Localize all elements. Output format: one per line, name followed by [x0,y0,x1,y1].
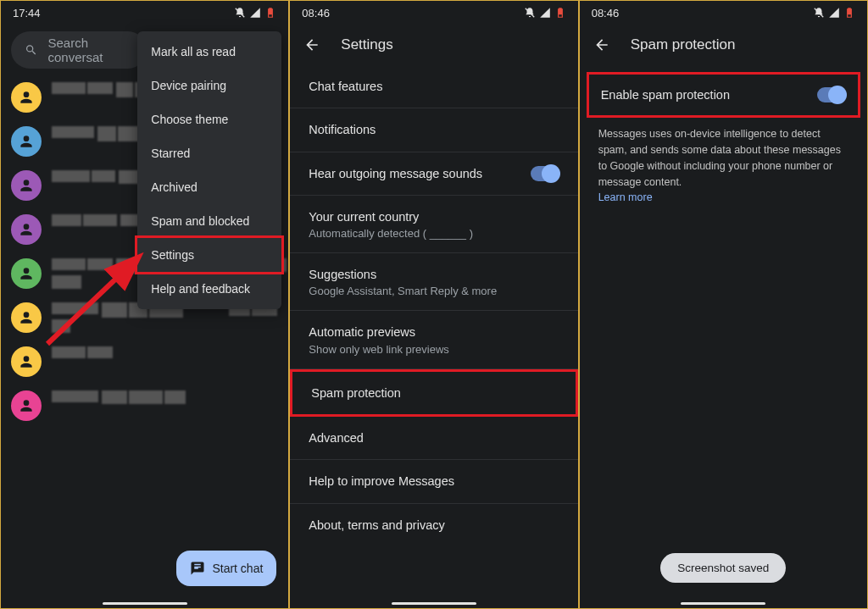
battery-icon [843,7,855,19]
clock: 17:44 [13,7,41,19]
annotation-arrow [43,238,153,348]
menu-choose-theme[interactable]: Choose theme [137,102,281,136]
clock: 08:46 [302,7,330,19]
row-enable-spam-protection[interactable]: Enable spam protection [587,72,860,118]
row-help-improve[interactable]: Help to improve Messages [290,460,577,503]
overflow-menu: Mark all as read Device pairing Choose t… [137,31,281,309]
start-chat-fab[interactable]: Start chat [176,551,276,586]
avatar [11,390,42,421]
conversation-row[interactable] [11,384,288,428]
search-icon [25,42,38,58]
menu-help-feedback[interactable]: Help and feedback [137,272,281,306]
row-about[interactable]: About, terms and privacy [290,504,577,546]
menu-settings[interactable]: Settings [135,235,284,274]
learn-more-link[interactable]: Learn more [598,191,653,203]
search-input[interactable]: Search conversat [11,31,147,69]
row-suggestions[interactable]: Suggestions Google Assistant, Smart Repl… [290,253,577,311]
screen-spam-protection: 08:46 Spam protection Enable spam protec… [579,0,868,609]
page-title: Settings [341,36,392,53]
status-bar: 17:44 [1,1,288,25]
status-icons [234,7,276,19]
app-bar: Settings [290,25,577,65]
back-icon[interactable] [593,36,610,53]
signal-icon [249,7,261,19]
status-bar: 08:46 [290,1,577,25]
row-chat-features[interactable]: Chat features [290,65,577,108]
app-bar: Spam protection [580,25,867,65]
row-outgoing-sounds[interactable]: Hear outgoing message sounds [290,152,577,196]
redacted-text [52,390,186,406]
row-notifications[interactable]: Notifications [290,108,577,152]
battery-icon [264,7,276,19]
menu-mark-all-read[interactable]: Mark all as read [137,35,281,69]
dnd-icon [524,7,536,19]
avatar [11,346,42,377]
avatar [11,170,42,201]
search-placeholder: Search conversat [48,36,134,64]
row-previews[interactable]: Automatic previews Show only web link pr… [290,311,577,368]
screen-conversations: 17:44 Search conversat [0,0,289,609]
nav-handle[interactable] [681,602,765,605]
clock: 08:46 [592,7,620,19]
nav-handle[interactable] [392,602,476,605]
dnd-icon [234,7,246,19]
chat-icon [190,561,205,576]
back-icon[interactable] [303,36,320,53]
nav-handle[interactable] [103,602,187,605]
avatar [11,214,42,245]
row-country[interactable]: Your current country Automatically detec… [290,196,577,253]
status-bar: 08:46 [580,1,867,25]
enable-label: Enable spam protection [601,86,730,103]
svg-line-2 [47,259,136,344]
row-advanced[interactable]: Advanced [290,417,577,460]
toast-screenshot-saved: Screenshot saved [660,553,786,583]
menu-spam-blocked[interactable]: Spam and blocked [137,204,281,238]
avatar [11,258,42,289]
avatar [11,302,42,333]
toggle-spam-protection[interactable] [817,87,846,102]
avatar [11,126,42,157]
menu-device-pairing[interactable]: Device pairing [137,69,281,102]
row-spam-protection[interactable]: Spam protection [290,369,577,417]
menu-starred[interactable]: Starred [137,136,281,170]
redacted-text [52,346,113,358]
settings-list: Chat features Notifications Hear outgoin… [290,65,577,546]
battery-icon [554,7,566,19]
fab-label: Start chat [212,562,263,575]
screen-settings: 08:46 Settings Chat features Notificatio… [289,0,578,609]
signal-icon [828,7,840,19]
page-title: Spam protection [631,36,736,53]
spam-description: Messages uses on-device intelligence to … [580,118,867,214]
status-icons [813,7,855,19]
menu-archived[interactable]: Archived [137,170,281,204]
dnd-icon [813,7,825,19]
status-icons [524,7,566,19]
toggle-sounds[interactable] [531,166,559,181]
signal-icon [539,7,551,19]
avatar [11,82,42,113]
